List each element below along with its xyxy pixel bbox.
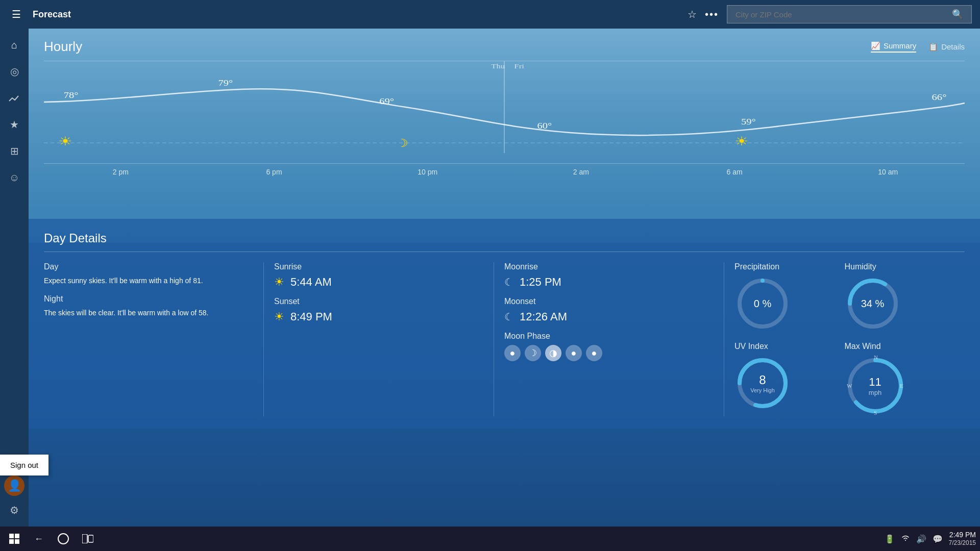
search-box[interactable]: 🔍 <box>727 5 972 23</box>
moon-phase-1: ● <box>504 345 521 361</box>
svg-text:W: W <box>847 383 852 389</box>
back-button[interactable]: ← <box>29 529 49 549</box>
precipitation-gauge: Precipitation 0 % <box>734 262 835 332</box>
moonrise-label: Moonrise <box>504 262 714 271</box>
night-desc: The skies will be clear. It'll be warm w… <box>44 308 253 318</box>
moonset-icon: ☾ <box>504 311 513 323</box>
time-6pm: 6 pm <box>198 168 351 176</box>
svg-rect-27 <box>9 539 14 544</box>
svg-rect-26 <box>15 534 19 538</box>
svg-text:☽: ☽ <box>396 137 408 149</box>
svg-rect-25 <box>9 534 14 538</box>
wind-gauge: Max Wind N S <box>845 342 945 416</box>
view-toggle: 📈 Summary 📋 Details <box>871 41 965 53</box>
user-avatar[interactable]: 👤 <box>4 475 24 496</box>
time-10am: 10 am <box>811 168 965 176</box>
day-night-col: Day Expect sunny skies. It'll be warm wi… <box>44 262 264 416</box>
sidebar-item-home[interactable]: ⌂ <box>2 33 27 57</box>
list-icon: 📋 <box>928 42 938 52</box>
start-button[interactable] <box>4 529 24 549</box>
time-2am: 2 am <box>504 168 658 176</box>
humidity-circle: 34 % <box>845 276 901 332</box>
sidebar-bottom: 👤 ⚙ <box>2 475 27 522</box>
day-details-section: Day Details Day Expect sunny skies. It'l… <box>29 219 980 429</box>
sign-out-label[interactable]: Sign out <box>10 461 38 469</box>
day-details-grid: Day Expect sunny skies. It'll be warm wi… <box>44 262 965 416</box>
notification-icon[interactable]: 💬 <box>933 534 943 544</box>
taskbar-time: 2:49 PM <box>949 530 976 539</box>
humidity-gauge: Humidity 34 % <box>845 262 945 332</box>
sidebar-item-smiley[interactable]: ☺ <box>2 165 27 190</box>
wifi-icon[interactable] <box>901 533 910 544</box>
search-icon[interactable]: 🔍 <box>952 9 963 20</box>
volume-icon[interactable]: 🔊 <box>916 534 926 544</box>
svg-text:S: S <box>874 410 877 416</box>
moon-phase-label: Moon Phase <box>504 332 714 341</box>
hourly-chart-svg: 78° 79° 69° 60° 59° 66° ☀ ☽ ☀ <box>44 61 965 163</box>
summary-button[interactable]: 📈 Summary <box>871 41 916 53</box>
taskbar-date: 7/23/2015 <box>949 539 976 547</box>
search-button[interactable] <box>53 529 74 549</box>
sidebar-item-weather[interactable]: ◎ <box>2 59 27 84</box>
settings-button[interactable]: ⚙ <box>2 498 27 522</box>
hourly-chart-container: 78° 79° 69° 60° 59° 66° ☀ ☽ ☀ <box>44 61 965 214</box>
sunset-row: ☀ 8:49 PM <box>274 310 483 323</box>
svg-text:E: E <box>900 383 903 389</box>
content-inner: Hourly 📈 Summary 📋 Details <box>29 29 980 429</box>
clock[interactable]: 2:49 PM 7/23/2015 <box>949 530 976 547</box>
chart-icon: 📈 <box>871 41 880 51</box>
menu-button[interactable]: ☰ <box>8 8 24 20</box>
sunrise-label: Sunrise <box>274 262 483 271</box>
uv-label: UV Index <box>734 342 768 351</box>
humidity-label: Humidity <box>845 262 876 271</box>
wind-label: Max Wind <box>845 342 881 351</box>
sunrise-row: ☀ 5:44 AM <box>274 276 483 289</box>
svg-point-29 <box>58 534 68 544</box>
svg-rect-30 <box>82 534 87 543</box>
hourly-section: Hourly 📈 Summary 📋 Details <box>29 29 980 214</box>
precipitation-label: Precipitation <box>734 262 779 271</box>
day-details-title: Day Details <box>44 231 965 252</box>
main-layout: ⌂ ◎ ★ ⊞ ☺ Sign out 👤 ⚙ Hourly <box>0 29 980 527</box>
gauges-grid: Precipitation 0 % <box>734 262 944 416</box>
svg-text:☀: ☀ <box>734 134 749 148</box>
svg-rect-31 <box>88 535 93 542</box>
moonset-label: Moonset <box>504 297 714 306</box>
svg-text:79°: 79° <box>218 79 233 87</box>
sidebar: ⌂ ◎ ★ ⊞ ☺ Sign out 👤 ⚙ <box>0 29 29 527</box>
humidity-value: 34 % <box>861 298 885 310</box>
details-label: Details <box>941 42 965 51</box>
summary-label: Summary <box>884 41 916 50</box>
moonrise-icon: ☾ <box>504 276 513 288</box>
wind-center: 11 mph <box>869 375 881 396</box>
sidebar-item-details[interactable]: ⊞ <box>2 139 27 163</box>
night-label: Night <box>44 294 253 304</box>
task-view-button[interactable] <box>78 529 98 549</box>
moonrise-time: 1:25 PM <box>520 276 561 289</box>
moon-col: Moonrise ☾ 1:25 PM Moonset ☾ 12:26 AM Mo… <box>504 262 724 416</box>
precipitation-value: 0 % <box>754 298 771 310</box>
sidebar-item-forecast[interactable] <box>2 86 27 110</box>
svg-text:Thu: Thu <box>491 63 505 70</box>
svg-text:78°: 78° <box>64 91 79 99</box>
battery-icon[interactable]: 🔋 <box>885 534 895 544</box>
time-10pm: 10 pm <box>351 168 504 176</box>
time-labels: 2 pm 6 pm 10 pm 2 am 6 am 10 am <box>44 163 965 176</box>
top-bar: ☰ Forecast ☆ ••• 🔍 <box>0 0 980 29</box>
sunrise-time: 5:44 AM <box>290 276 332 289</box>
uv-circle: 8 Very High <box>734 355 791 411</box>
precipitation-circle: 0 % <box>734 276 791 332</box>
search-input[interactable] <box>736 10 948 19</box>
sidebar-item-favorites[interactable]: ★ <box>2 112 27 137</box>
sunset-icon: ☀ <box>274 310 284 323</box>
gauges-col: Precipitation 0 % <box>734 262 954 416</box>
more-button[interactable]: ••• <box>705 9 719 20</box>
sign-out-popup: Sign out <box>0 455 48 475</box>
favorite-button[interactable]: ☆ <box>688 8 697 20</box>
details-button[interactable]: 📋 Details <box>928 42 965 52</box>
time-6am: 6 am <box>658 168 812 176</box>
svg-text:69°: 69° <box>379 97 394 106</box>
moon-phase-5: ● <box>586 345 602 361</box>
moonset-time: 12:26 AM <box>520 310 567 323</box>
moon-phase-2: ☽ <box>525 345 541 361</box>
